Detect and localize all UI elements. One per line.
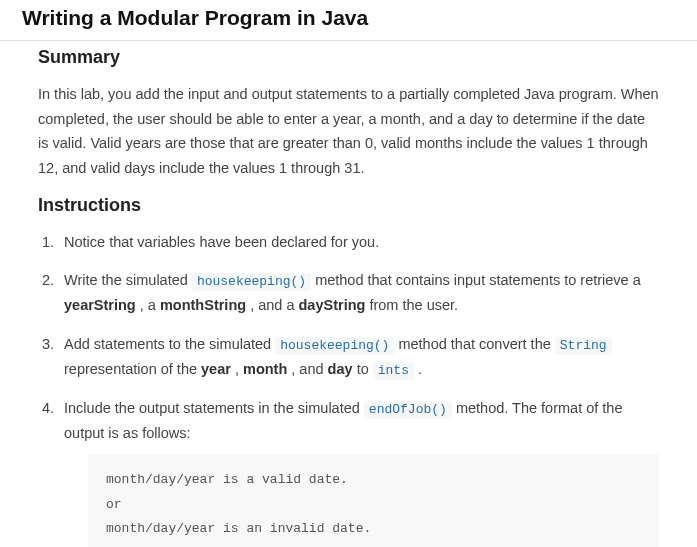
code-housekeeping: housekeeping() [192, 273, 311, 291]
text: , and a [250, 297, 298, 313]
content-area: Summary In this lab, you add the input a… [0, 47, 697, 547]
text: , [235, 361, 243, 377]
text: , and [291, 361, 327, 377]
text: Add statements to the simulated [64, 336, 275, 352]
code-ints: ints [373, 362, 414, 380]
text: Include the output statements in the sim… [64, 400, 364, 416]
summary-paragraph: In this lab, you add the input and outpu… [38, 82, 659, 181]
bold-daystring: dayString [299, 297, 366, 313]
text: representation of the [64, 361, 201, 377]
text: . [418, 361, 422, 377]
text: Write the simulated [64, 272, 192, 288]
instruction-item-4: Include the output statements in the sim… [58, 396, 659, 547]
instruction-item-2: Write the simulated housekeeping() metho… [58, 268, 659, 318]
output-format-codeblock: month/day/year is a valid date. or month… [88, 454, 659, 547]
code-string: String [555, 337, 612, 355]
bold-yearstring: yearString [64, 297, 136, 313]
page-title: Writing a Modular Program in Java [0, 0, 697, 41]
text: from the user. [369, 297, 458, 313]
bold-month: month [243, 361, 287, 377]
text: method that contains input statements to… [315, 272, 641, 288]
text: method that convert the [398, 336, 554, 352]
bold-year: year [201, 361, 231, 377]
code-housekeeping: housekeeping() [275, 337, 394, 355]
text: , a [140, 297, 160, 313]
bold-monthstring: monthString [160, 297, 246, 313]
bold-day: day [328, 361, 353, 377]
code-endofjob: endOfJob() [364, 401, 452, 419]
instruction-item-1: Notice that variables have been declared… [58, 230, 659, 255]
summary-heading: Summary [38, 47, 659, 68]
instructions-list: Notice that variables have been declared… [38, 230, 659, 547]
text: to [357, 361, 373, 377]
instructions-heading: Instructions [38, 195, 659, 216]
instruction-item-3: Add statements to the simulated housekee… [58, 332, 659, 382]
